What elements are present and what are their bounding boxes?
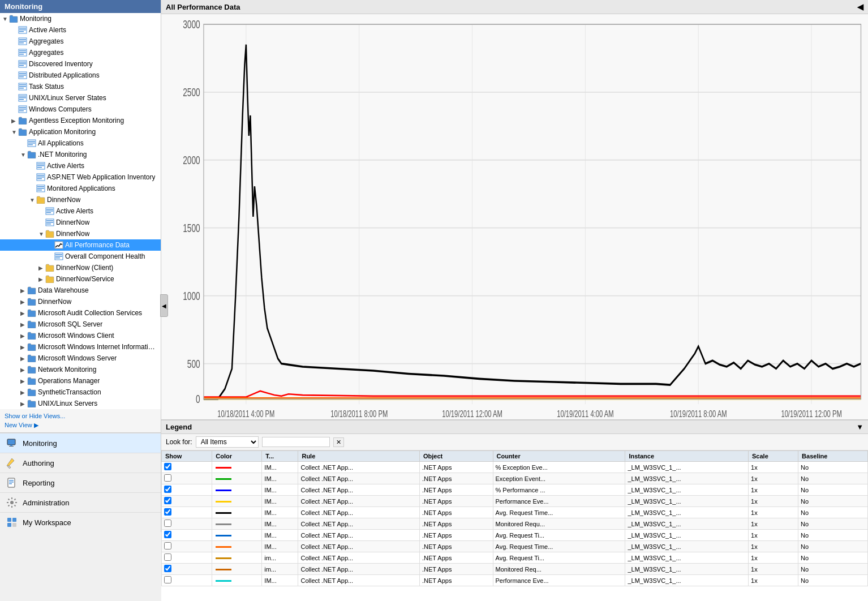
legend-checkbox-6[interactable]	[164, 531, 171, 538]
look-for-select[interactable]: All Items Checked Items	[196, 436, 259, 448]
tree-toggle-network-monitoring[interactable]: ▶	[20, 367, 27, 373]
svg-rect-33	[28, 141, 35, 142]
tree-item-microsoft-windows-server[interactable]: ▶Microsoft Windows Server	[0, 353, 161, 364]
tree-item-task-status[interactable]: Task Status	[0, 81, 161, 92]
legend-row: IM...Collect .NET App....NET AppsAvg. Re…	[162, 530, 868, 541]
tree-item-active-alerts-2[interactable]: Active Alerts	[0, 160, 161, 171]
tree-item-microsoft-sql[interactable]: ▶Microsoft SQL Server	[0, 319, 161, 330]
tree-toggle-unix-linux-servers[interactable]: ▶	[20, 401, 27, 407]
tree-item-overall-component-health[interactable]: Overall Component Health	[0, 251, 161, 262]
administration-nav[interactable]: Administration	[0, 492, 161, 512]
monitoring-nav[interactable]: Monitoring	[0, 433, 161, 453]
tree-item-microsoft-windows-client[interactable]: ▶Microsoft Windows Client	[0, 330, 161, 341]
tree-label-microsoft-sql: Microsoft SQL Server	[38, 320, 102, 328]
tree-item-net-monitoring[interactable]: ▼.NET Monitoring	[0, 149, 161, 160]
look-for-input[interactable]	[262, 437, 330, 447]
tree-item-synthetic-transaction[interactable]: ▶SyntheticTransaction	[0, 387, 161, 398]
legend-checkbox-1[interactable]	[164, 474, 171, 482]
legend-checkbox-0[interactable]	[164, 463, 171, 470]
tree-toggle-microsoft-sql[interactable]: ▶	[20, 321, 27, 328]
grid-icon	[45, 218, 54, 227]
svg-text:10/19/2011 12:00 AM: 10/19/2011 12:00 AM	[442, 409, 502, 419]
legend-checkbox-7[interactable]	[164, 542, 171, 550]
tree-item-all-performance-data[interactable]: All Performance Data	[0, 239, 161, 251]
tree-item-dinnernow-item[interactable]: DinnerNow	[0, 217, 161, 228]
tree-item-unix-linux-servers[interactable]: ▶UNIX/Linux Servers	[0, 398, 161, 409]
tree-item-network-monitoring[interactable]: ▶Network Monitoring	[0, 364, 161, 375]
tree-item-monitored-applications[interactable]: Monitored Applications	[0, 183, 161, 194]
tree-item-microsoft-audit[interactable]: ▶Microsoft Audit Collection Services	[0, 307, 161, 319]
tree-item-dinnernow-client[interactable]: ▶DinnerNow (Client)	[0, 262, 161, 273]
tree-item-dinnernow-3[interactable]: ▶DinnerNow	[0, 296, 161, 307]
legend-checkbox-3[interactable]	[164, 497, 171, 504]
tree-item-operations-manager[interactable]: ▶Operations Manager	[0, 375, 161, 387]
tree-item-discovered-inventory[interactable]: Discovered Inventory	[0, 58, 161, 70]
legend-checkbox-9[interactable]	[164, 565, 171, 572]
legend-checkbox-2[interactable]	[164, 486, 171, 493]
tree-toggle-agentless-exception[interactable]: ▶	[11, 118, 18, 124]
legend-cell-type: IM...	[262, 507, 298, 518]
tree-toggle-microsoft-windows-client[interactable]: ▶	[20, 333, 27, 339]
chart-expand-icon[interactable]: ◀	[857, 2, 863, 11]
tree-item-all-applications[interactable]: All Applications	[0, 138, 161, 149]
legend-checkbox-4[interactable]	[164, 508, 171, 516]
tree-toggle-synthetic-transaction[interactable]: ▶	[20, 389, 27, 396]
tree-item-aggregates-2[interactable]: Aggregates	[0, 47, 161, 58]
tree-item-asp-net-web[interactable]: ASP.NET Web Application Inventory	[0, 171, 161, 183]
svg-rect-72	[12, 518, 16, 522]
legend-table-wrap[interactable]: Show Color T... Rule Object Counter Inst…	[161, 450, 868, 601]
tree-item-dinnernow-2[interactable]: ▼DinnerNow	[0, 228, 161, 239]
tree-toggle-microsoft-audit[interactable]: ▶	[20, 310, 27, 316]
reporting-nav-label: Reporting	[23, 479, 54, 487]
tree-item-distributed-apps[interactable]: Distributed Applications	[0, 70, 161, 81]
col-object: Object	[420, 451, 493, 462]
look-for-clear-button[interactable]: ✕	[333, 437, 344, 447]
workspace-nav-label: My Workspace	[23, 518, 71, 527]
tree-item-unix-linux-server-states[interactable]: UNIX/Linux Server States	[0, 92, 161, 104]
sidebar-collapse-button[interactable]: ◀	[160, 294, 168, 317]
legend-cell-counter: Performance Eve...	[493, 575, 625, 586]
tree-toggle-dinnernow-service[interactable]: ▶	[38, 276, 45, 282]
tree-item-microsoft-windows-iis[interactable]: ▶Microsoft Windows Internet Information …	[0, 341, 161, 353]
tree-toggle-dinnernow-3[interactable]: ▶	[20, 299, 27, 305]
legend-cell-instance: _LM_W3SVC_1_...	[625, 518, 749, 530]
tree-item-active-alerts-1[interactable]: Active Alerts	[0, 24, 161, 36]
grid-icon	[45, 207, 54, 216]
tree-item-agentless-exception[interactable]: ▶Agentless Exception Monitoring	[0, 115, 161, 126]
new-view-link[interactable]: New View ▶	[5, 420, 156, 430]
tree-toggle-monitoring-root[interactable]: ▼	[2, 16, 9, 22]
tree-toggle-dinnernow-client[interactable]: ▶	[38, 265, 45, 271]
show-hide-views-link[interactable]: Show or Hide Views...	[5, 411, 156, 420]
legend-collapse-icon[interactable]: ▼	[856, 423, 863, 431]
legend-cell-instance: _LM_W3SVC_1_...	[625, 552, 749, 564]
authoring-nav[interactable]: Authoring	[0, 453, 161, 473]
tree-toggle-dinnernow-2[interactable]: ▼	[38, 231, 45, 237]
tree-item-windows-computers[interactable]: Windows Computers	[0, 104, 161, 115]
legend-cell-object: .NET Apps	[420, 484, 493, 496]
tree-toggle-dinnernow-1[interactable]: ▼	[29, 197, 36, 203]
tree-item-aggregates-1[interactable]: Aggregates	[0, 36, 161, 47]
tree-toggle-microsoft-windows-server[interactable]: ▶	[20, 355, 27, 362]
tree-toggle-data-warehouse[interactable]: ▶	[20, 287, 27, 294]
svg-rect-35	[28, 144, 33, 145]
tree-toggle-operations-manager[interactable]: ▶	[20, 378, 27, 384]
tree-toggle-microsoft-windows-iis[interactable]: ▶	[20, 344, 27, 350]
svg-rect-21	[19, 84, 26, 85]
tree-toggle-application-monitoring[interactable]: ▼	[11, 129, 18, 135]
grid-icon	[18, 105, 27, 114]
tree-item-monitoring-root[interactable]: ▼Monitoring	[0, 13, 161, 24]
legend-cell-object: .NET Apps	[420, 530, 493, 541]
tree-item-active-alerts-3[interactable]: Active Alerts	[0, 205, 161, 217]
tree-item-dinnernow-service[interactable]: ▶DinnerNow/Service	[0, 273, 161, 285]
svg-rect-22	[19, 86, 26, 87]
tree-item-application-monitoring[interactable]: ▼Application Monitoring	[0, 126, 161, 138]
tree-item-data-warehouse[interactable]: ▶Data Warehouse	[0, 285, 161, 296]
legend-checkbox-8[interactable]	[164, 553, 171, 561]
reporting-nav[interactable]: Reporting	[0, 473, 161, 492]
grid-icon	[18, 59, 27, 68]
legend-checkbox-5[interactable]	[164, 520, 171, 527]
legend-checkbox-10[interactable]	[164, 576, 171, 583]
tree-toggle-net-monitoring[interactable]: ▼	[20, 152, 27, 158]
tree-item-dinnernow-1[interactable]: ▼DinnerNow	[0, 194, 161, 205]
workspace-nav[interactable]: My Workspace	[0, 512, 161, 532]
